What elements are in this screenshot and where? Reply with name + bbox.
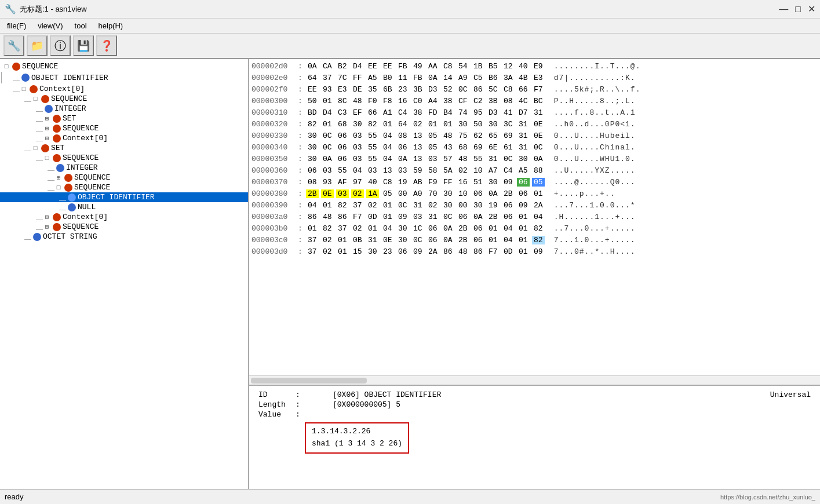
hex-ascii: ........I..T...@.: [554, 62, 641, 71]
hex-byte: 1C: [411, 224, 424, 233]
hex-byte: C3: [336, 108, 349, 117]
maximize-button[interactable]: □: [795, 4, 801, 14]
hex-byte: 00: [396, 189, 409, 198]
tree-item-15[interactable]: ⊞ Context[0]: [0, 212, 248, 222]
hex-byte: BC: [532, 97, 545, 105]
info-id-row: ID : [0X06] OBJECT IDENTIFIER Universal: [258, 390, 811, 399]
hex-colon: :: [298, 132, 303, 140]
label-12: SEQUENCE: [74, 183, 110, 192]
expand-16[interactable]: ⊞: [43, 223, 51, 231]
hex-byte: 37: [336, 224, 349, 233]
toolbar-btn-info[interactable]: ⓘ: [50, 35, 71, 56]
expand-8[interactable]: □: [31, 145, 39, 152]
hex-byte: 1A: [366, 189, 379, 198]
minimize-button[interactable]: —: [779, 4, 788, 14]
expand-9[interactable]: □: [43, 155, 51, 162]
hex-byte: 2B: [457, 236, 469, 244]
tree-item-4[interactable]: INTEGER: [0, 104, 248, 114]
menubar: file(F) view(V) tool help(H): [0, 19, 820, 34]
hex-row: 000003a0:864886F70D010903310C060A2B06010…: [249, 211, 820, 222]
tree-item-3[interactable]: □ SEQUENCE: [0, 94, 248, 104]
menu-file[interactable]: file(F): [2, 20, 31, 31]
hex-byte: AB: [411, 178, 424, 187]
toolbar-btn-0[interactable]: 🔧: [3, 35, 24, 56]
hex-addr: 00000320: [252, 120, 298, 129]
tree-item-17[interactable]: OCTET STRING: [0, 232, 248, 242]
hex-ascii: ....@......Q0...: [554, 178, 636, 187]
expand-2[interactable]: □: [20, 86, 28, 93]
tree-item-13[interactable]: OBJECT IDENTIFIER: [0, 192, 248, 202]
hex-byte: 12: [502, 62, 515, 71]
save-icon: 💾: [77, 39, 90, 52]
toolbar-btn-save[interactable]: 💾: [73, 35, 94, 56]
hex-byte: 01: [487, 236, 500, 244]
hex-view[interactable]: 000002d0:0ACAB2D4EEEEFB49AAC8541BB51240E…: [249, 59, 820, 375]
hex-row: 000002e0:64377CFFA5B011FB0A14A9C5B63A4BE…: [249, 72, 820, 83]
tree-item-12[interactable]: □ SEQUENCE: [0, 182, 248, 192]
hex-addr: 00000340: [252, 143, 298, 152]
tree-panel[interactable]: □ SEQUENCE OBJECT IDENTIFIER □ Context[0…: [0, 59, 249, 489]
menu-view[interactable]: view(V): [33, 20, 67, 31]
tree-item-14[interactable]: NULL: [0, 202, 248, 212]
tree-item-6[interactable]: ⊞ SEQUENCE: [0, 123, 248, 133]
hex-byte: EE: [381, 62, 394, 71]
hex-byte: E3: [532, 74, 545, 82]
hex-byte: A7: [487, 166, 500, 175]
hex-byte: 30: [517, 155, 530, 163]
expand-15[interactable]: ⊞: [43, 213, 51, 221]
hex-byte: AA: [427, 62, 439, 71]
menu-tool[interactable]: tool: [70, 20, 92, 31]
toolbar-btn-open[interactable]: 📁: [27, 35, 48, 56]
toolbar-btn-help[interactable]: ❓: [96, 35, 117, 56]
hex-byte: 2B: [487, 213, 500, 221]
titlebar-title: 无标题:1 - asn1view: [20, 4, 87, 14]
tree-item-2[interactable]: □ Context[0]: [0, 84, 248, 94]
expand-7[interactable]: ⊞: [43, 134, 51, 142]
tree-item-8[interactable]: □ SET: [0, 143, 248, 153]
tree-item-7[interactable]: ⊞ Context[0]: [0, 133, 248, 143]
tree-item-11[interactable]: ⊞ SEQUENCE: [0, 173, 248, 182]
hex-byte: 31: [366, 236, 379, 244]
hex-byte: 68: [336, 120, 349, 129]
hex-byte: 04: [351, 166, 364, 175]
hex-byte: C8: [442, 62, 454, 71]
hex-byte: 82: [366, 120, 379, 129]
hex-byte: 69: [472, 143, 484, 152]
hex-addr: 000002f0: [252, 85, 298, 94]
hex-row: 00000300:50018C48F0F816C0A438CFC23B084CB…: [249, 95, 820, 107]
tree-item-5[interactable]: ⊞ SET: [0, 114, 248, 123]
hex-byte: 0A: [321, 155, 334, 163]
expand-0[interactable]: □: [2, 63, 10, 70]
label-9: SEQUENCE: [63, 154, 99, 162]
hex-row: 000003c0:3702010B310E300C060A2B060104018…: [249, 234, 820, 246]
menu-help[interactable]: help(H): [94, 20, 128, 31]
hex-byte: 0C: [442, 213, 454, 221]
hex-byte: 30: [442, 189, 454, 198]
hex-byte: 0A: [427, 74, 439, 82]
expand-3[interactable]: □: [31, 96, 39, 103]
hex-bytes: 37020115302306092A864886F70D0109: [306, 247, 549, 256]
titlebar-left: 🔧 无标题:1 - asn1view: [5, 3, 87, 14]
expand-6[interactable]: ⊞: [43, 125, 51, 132]
hex-byte: 35: [366, 85, 379, 94]
hex-byte: 06: [336, 143, 349, 152]
tree-item-16[interactable]: ⊞ SEQUENCE: [0, 222, 248, 232]
hex-byte: 02: [457, 166, 469, 175]
hex-byte: 55: [366, 132, 379, 140]
hex-byte: 03: [351, 132, 364, 140]
expand-11[interactable]: ⊞: [54, 174, 63, 181]
value-box-container: 1.3.14.3.2.26 sha1 (1 3 14 3 2 26): [305, 420, 811, 454]
hex-ascii: d7|..........:K.: [554, 74, 636, 82]
tree-item-9[interactable]: □ SEQUENCE: [0, 153, 248, 163]
tree-item-0[interactable]: □ SEQUENCE: [0, 61, 248, 71]
expand-12[interactable]: □: [54, 184, 63, 191]
expand-5[interactable]: ⊞: [43, 115, 51, 122]
close-button[interactable]: ✕: [808, 3, 815, 14]
tree-item-1[interactable]: OBJECT IDENTIFIER: [0, 71, 248, 84]
hex-byte: 62: [472, 132, 484, 140]
hex-byte: C8: [381, 178, 394, 187]
hex-hscroll[interactable]: [249, 375, 820, 385]
hex-byte: 97: [351, 178, 364, 187]
hex-byte: 88: [532, 166, 545, 175]
tree-item-10[interactable]: INTEGER: [0, 163, 248, 173]
